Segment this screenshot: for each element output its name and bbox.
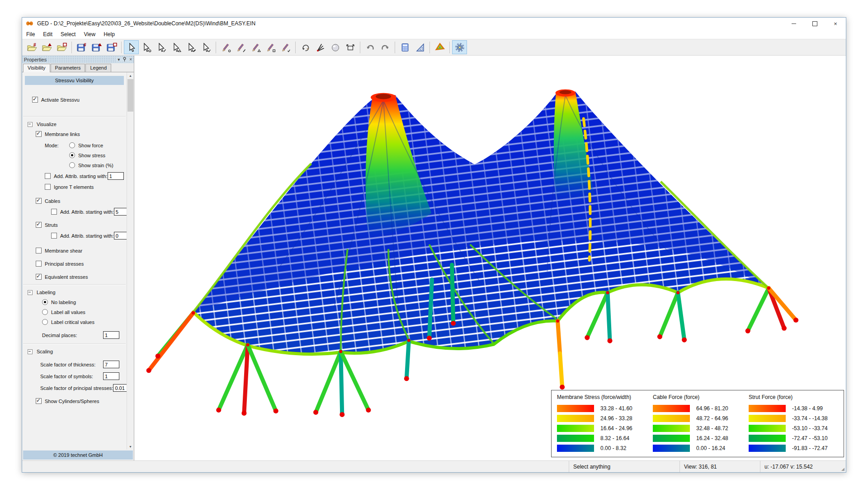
panel-close-icon[interactable]: × [129, 57, 132, 62]
cables-row: Cables [22, 198, 127, 204]
menu-file[interactable]: File [22, 30, 39, 39]
select-triangles-button[interactable] [169, 40, 184, 54]
title-bar[interactable]: GED - D:\2_Projekte\Easy\2020\03_26_Webs… [22, 18, 846, 29]
stress-view-button[interactable] [432, 40, 447, 54]
equivalent-stresses-label: Equivalent stresses [45, 274, 88, 280]
legend-swatch [653, 405, 690, 412]
scale-symbols-input[interactable] [103, 372, 119, 380]
membrane-add-attrib-input[interactable] [108, 172, 124, 180]
scale-thickness-input[interactable] [103, 361, 119, 368]
menu-bar: File Edit Select View Help [22, 29, 846, 39]
cables-add-attrib-checkbox[interactable] [51, 209, 57, 215]
no-labeling-radio[interactable] [42, 299, 48, 305]
open-hash-button[interactable]: # [24, 40, 39, 54]
viewport-3d[interactable]: Membrane Stress (force/width) 33.28 - 41… [134, 56, 846, 460]
scale-thickness-row: Scale factor of thickness: [22, 361, 127, 368]
settings-button[interactable] [452, 40, 467, 54]
save-square-button[interactable] [104, 40, 119, 54]
scroll-thumb[interactable] [127, 79, 133, 112]
membrane-add-attrib-checkbox[interactable] [45, 173, 51, 179]
redo-button[interactable] [377, 40, 392, 54]
draw-points-button[interactable] [218, 40, 233, 54]
panel-menu-icon[interactable]: ▾ [118, 57, 120, 62]
legend-strut-column: Strut Force (force) -14.38 - 4.99 -33.74… [749, 393, 844, 453]
collapse-minus-icon[interactable] [28, 290, 33, 295]
fit-view-button[interactable] [343, 40, 358, 54]
principal-stresses-checkbox[interactable] [36, 261, 42, 267]
struts-add-attrib-checkbox[interactable] [51, 233, 57, 239]
draw-quads-button[interactable] [263, 40, 278, 54]
menu-edit[interactable]: Edit [39, 30, 57, 39]
svg-text:#: # [84, 42, 86, 47]
scaling-section-header[interactable]: Scaling [28, 349, 127, 354]
struts-add-attrib-input[interactable] [114, 232, 127, 239]
pin-icon[interactable] [123, 57, 127, 62]
select-tool-button[interactable] [124, 40, 139, 54]
collapse-minus-icon[interactable] [28, 349, 33, 354]
decimal-places-input[interactable] [103, 331, 119, 339]
close-button[interactable]: × [825, 18, 846, 29]
labeling-section-header[interactable]: Labeling [28, 290, 127, 295]
activate-stressvu-checkbox[interactable] [32, 97, 38, 103]
cables-checkbox[interactable] [36, 198, 42, 204]
legend-row: 8.32 - 16.64 [557, 433, 653, 443]
select-points-button[interactable] [139, 40, 154, 54]
menu-view[interactable]: View [80, 30, 99, 39]
tab-parameters[interactable]: Parameters [51, 64, 85, 72]
tab-legend[interactable]: Legend [85, 64, 111, 72]
membrane-shear-checkbox[interactable] [36, 248, 42, 253]
show-force-radio[interactable] [69, 142, 75, 148]
select-beams-button[interactable] [184, 40, 198, 54]
gear-icon [455, 42, 465, 52]
scale-principal-input[interactable] [113, 384, 127, 392]
show-strain-radio[interactable] [69, 162, 75, 168]
visualize-section-header[interactable]: Visualize [28, 122, 127, 127]
select-lines-button[interactable] [154, 40, 169, 54]
undo-button[interactable] [363, 40, 377, 54]
legend-membrane-column: Membrane Stress (force/width) 33.28 - 41… [557, 393, 653, 453]
sphere-shading-button[interactable] [328, 40, 343, 54]
scroll-down-icon[interactable]: ▼ [127, 443, 134, 450]
struts-checkbox[interactable] [36, 222, 42, 228]
spark-button[interactable] [313, 40, 328, 54]
draw-triangles-button[interactable] [248, 40, 263, 54]
no-labeling-row: No labeling [22, 299, 127, 305]
label-critical-radio[interactable] [42, 319, 48, 325]
select-mixed-button[interactable] [198, 40, 213, 54]
label-all-radio[interactable] [42, 309, 48, 315]
show-stress-radio[interactable] [69, 152, 75, 158]
membrane-add-attrib-label: Add. Attrib. starting with: [54, 174, 108, 179]
properties-panel-titlebar[interactable]: Properties ▾ × [22, 56, 134, 63]
menu-help[interactable]: Help [99, 30, 119, 39]
orbit-button[interactable] [298, 40, 313, 54]
set-square-button[interactable] [412, 40, 427, 54]
decimal-places-row: Decimal places: [22, 331, 127, 339]
struts-row: Struts [22, 222, 127, 228]
minimize-button[interactable] [783, 18, 804, 29]
tab-visibility[interactable]: Visibility [23, 64, 50, 72]
legend-swatch [749, 425, 786, 432]
right-apex-ring [556, 89, 576, 97]
legend-row: 33.28 - 41.60 [557, 404, 653, 413]
save-triangle-button[interactable] [89, 40, 104, 54]
maximize-button[interactable] [804, 18, 825, 29]
draw-check-button[interactable] [278, 40, 293, 54]
membrane-links-checkbox[interactable] [36, 131, 42, 137]
toolbar-separator [216, 42, 216, 53]
menu-select[interactable]: Select [57, 30, 80, 39]
ignore-t-checkbox[interactable] [45, 184, 51, 190]
equivalent-stresses-checkbox[interactable] [36, 274, 42, 280]
calculator-button[interactable] [397, 40, 412, 54]
collapse-minus-icon[interactable] [28, 122, 33, 127]
toolbar-separator [449, 42, 450, 53]
principal-stresses-label: Principal stresses [45, 261, 84, 267]
open-triangle-button[interactable] [39, 40, 54, 54]
cables-add-attrib-input[interactable] [114, 208, 127, 216]
scroll-up-icon[interactable]: ▲ [127, 72, 134, 79]
resize-grip[interactable]: ◢ [838, 461, 846, 472]
draw-lines-button[interactable] [233, 40, 248, 54]
open-square-button[interactable] [54, 40, 69, 54]
show-cylinders-checkbox[interactable] [36, 398, 42, 404]
save-hash-button[interactable]: # [74, 40, 89, 54]
panel-scrollbar[interactable]: ▲ ▼ [127, 72, 134, 450]
